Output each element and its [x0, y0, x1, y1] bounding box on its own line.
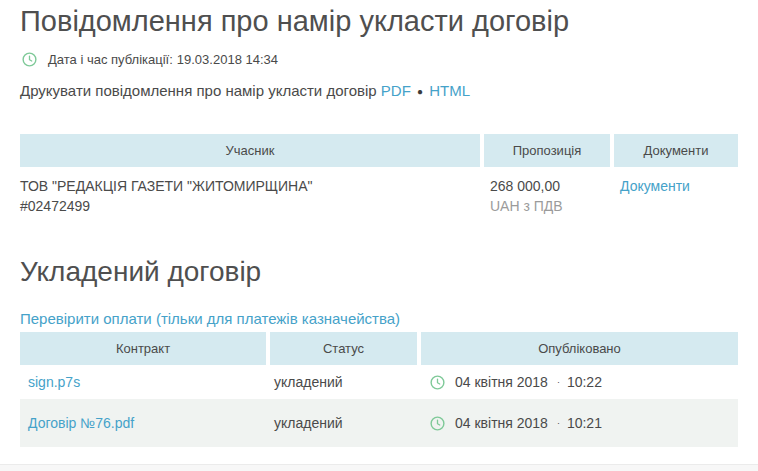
column-header-participant: Учасник	[20, 134, 480, 167]
clock-icon	[430, 375, 445, 390]
published-cell: 04 квітня 2018 · 10:22	[421, 374, 738, 390]
table-row: Договір №76.pdf укладений 04 квітня 2018…	[20, 399, 738, 447]
contract-status: укладений	[270, 415, 417, 431]
documents-link[interactable]: Документи	[620, 178, 690, 194]
bid-amount: 268 000,00	[490, 176, 610, 196]
html-link[interactable]: HTML	[429, 82, 470, 99]
contracts-table: Контракт Статус Опубліковано sign.p7s ук…	[20, 332, 738, 447]
bullet-separator: ●	[415, 86, 425, 97]
column-header-status: Статус	[270, 332, 417, 365]
clock-icon	[22, 52, 37, 67]
participant-id: #02472499	[20, 196, 480, 216]
section-title-contract: Укладений договір	[20, 254, 738, 290]
footer-strip	[0, 464, 758, 471]
page-title: Повідомлення про намір укласти договір	[20, 0, 738, 38]
table-row: sign.p7s укладений 04 квітня 2018 · 10:2…	[20, 365, 738, 399]
print-notice-line: Друкувати повідомлення про намір укласти…	[20, 82, 738, 102]
date-time-separator: ·	[548, 418, 567, 428]
publication-datetime-row: Дата і час публікації: 19.03.2018 14:34	[20, 50, 738, 68]
column-header-documents: Документи	[614, 134, 738, 167]
contract-status: укладений	[270, 374, 417, 390]
table-row: ТОВ "РЕДАКЦІЯ ГАЗЕТИ "ЖИТОМИРЩИНА" #0247…	[20, 167, 738, 226]
contracts-table-header: Контракт Статус Опубліковано	[20, 332, 738, 365]
pdf-link[interactable]: PDF	[381, 82, 411, 99]
bid-currency: UAH з ПДВ	[490, 196, 610, 216]
bid-cell: 268 000,00 UAH з ПДВ	[484, 176, 610, 216]
participant-name: ТОВ "РЕДАКЦІЯ ГАЗЕТИ "ЖИТОМИРЩИНА"	[20, 176, 480, 196]
published-time: 10:21	[567, 415, 602, 431]
main-content: Повідомлення про намір укласти договір Д…	[0, 0, 758, 447]
date-time-separator: ·	[548, 377, 567, 387]
contract-file-link[interactable]: sign.p7s	[28, 374, 80, 390]
published-date: 04 квітня 2018	[455, 374, 548, 390]
bidders-table-header: Учасник Пропозиція Документи	[20, 134, 738, 167]
published-cell: 04 квітня 2018 · 10:21	[421, 415, 738, 431]
published-time: 10:22	[567, 374, 602, 390]
documents-cell: Документи	[614, 176, 738, 216]
publication-value: 19.03.2018 14:34	[177, 52, 278, 67]
bidders-table: Учасник Пропозиція Документи ТОВ "РЕДАКЦ…	[20, 134, 738, 226]
check-payments-link[interactable]: Перевірити оплати (тільки для платежів к…	[20, 310, 400, 327]
publication-label: Дата і час публікації:	[48, 52, 173, 67]
clock-icon	[430, 416, 445, 431]
published-date: 04 квітня 2018	[455, 415, 548, 431]
participant-cell: ТОВ "РЕДАКЦІЯ ГАЗЕТИ "ЖИТОМИРЩИНА" #0247…	[20, 176, 480, 216]
print-notice-text: Друкувати повідомлення про намір укласти…	[20, 82, 377, 99]
column-header-proposal: Пропозиція	[484, 134, 610, 167]
contract-file-link[interactable]: Договір №76.pdf	[28, 415, 134, 431]
column-header-contract: Контракт	[20, 332, 266, 365]
column-header-published: Опубліковано	[421, 332, 738, 365]
